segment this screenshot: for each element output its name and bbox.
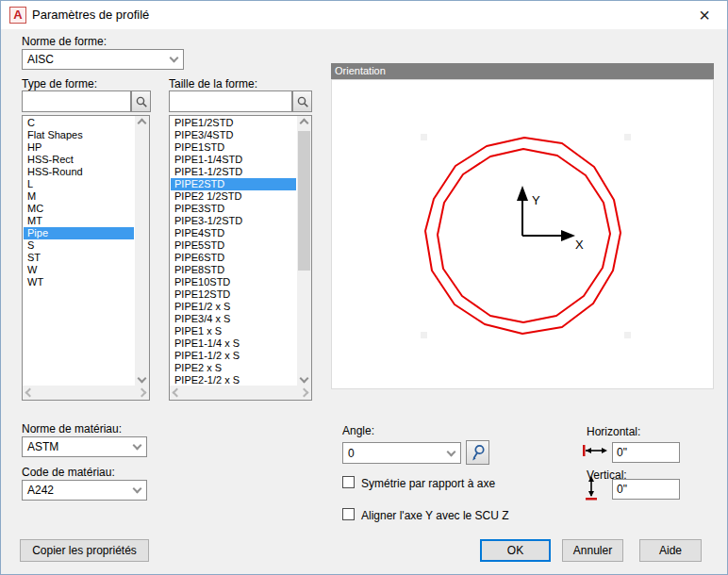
list-item[interactable]: PIPE1STD bbox=[171, 141, 296, 154]
list-item[interactable]: PIPE1 x S bbox=[171, 325, 296, 337]
close-icon[interactable]: × bbox=[693, 4, 716, 26]
help-button[interactable]: Aide bbox=[639, 539, 702, 562]
align-y-ucs-checkbox-label: Aligner l'axe Y avec le SCU Z bbox=[361, 509, 509, 522]
list-item[interactable]: W bbox=[24, 264, 134, 276]
scroll-down-icon[interactable] bbox=[300, 374, 309, 384]
material-code-label: Code de matériau: bbox=[22, 466, 115, 479]
shape-type-list: CFlat ShapesHPHSS-RectHSS-RoundLMMCMTPip… bbox=[22, 115, 150, 401]
list-item[interactable]: PIPE12STD bbox=[171, 288, 296, 301]
list-item[interactable]: HSS-Rect bbox=[24, 154, 134, 166]
list-item[interactable]: PIPE1-1/2STD bbox=[171, 166, 296, 178]
chevron-down-icon bbox=[134, 442, 141, 449]
list-item[interactable]: PIPE3/4STD bbox=[171, 129, 296, 141]
list-item[interactable]: ST bbox=[24, 252, 134, 264]
list-item[interactable]: PIPE8STD bbox=[171, 264, 296, 276]
list-item[interactable]: PIPE2 x S bbox=[171, 362, 296, 374]
list-item[interactable]: PIPE2 1/2STD bbox=[171, 190, 296, 203]
grip-square bbox=[624, 134, 631, 140]
list-item[interactable]: PIPE1-1/2 x S bbox=[171, 350, 296, 362]
shape-size-list: PIPE1/2STDPIPE3/4STDPIPE1STDPIPE1-1/4STD… bbox=[169, 115, 312, 401]
list-item[interactable]: MT bbox=[24, 215, 134, 227]
list-item[interactable]: C bbox=[24, 117, 134, 129]
shape-size-filter-input[interactable] bbox=[169, 90, 292, 112]
material-standard-label: Norme de matériau: bbox=[22, 422, 122, 435]
shape-type-items: CFlat ShapesHPHSS-RectHSS-RoundLMMCMTPip… bbox=[24, 117, 134, 385]
cancel-button[interactable]: Annuler bbox=[562, 539, 623, 562]
horizontal-offset-input[interactable] bbox=[612, 442, 680, 463]
angle-value: 0 bbox=[348, 447, 355, 460]
horizontal-offset-icon bbox=[583, 444, 609, 457]
list-item[interactable]: L bbox=[24, 178, 134, 190]
chevron-down-icon bbox=[171, 55, 177, 61]
material-code-dropdown[interactable]: A242 bbox=[22, 480, 147, 501]
y-axis-label: Y bbox=[532, 193, 540, 207]
mirror-axis-checkbox-label: Symétrie par rapport à axe bbox=[361, 477, 495, 490]
list-item[interactable]: PIPE6STD bbox=[171, 252, 296, 264]
horizontal-offset-label: Horizontal: bbox=[587, 425, 640, 438]
vertical-offset-icon bbox=[585, 476, 598, 501]
shape-standard-label: Norme de forme: bbox=[22, 35, 107, 48]
material-code-value: A242 bbox=[27, 484, 54, 497]
scroll-up-icon[interactable] bbox=[138, 119, 147, 128]
angle-label: Angle: bbox=[342, 424, 374, 437]
shape-standard-dropdown[interactable]: AISC bbox=[22, 49, 184, 70]
list-item[interactable]: PIPE1-1/4 x S bbox=[171, 337, 296, 350]
list-item[interactable]: PIPE3-1/2STD bbox=[171, 215, 296, 227]
shape-size-horizontal-scrollbar[interactable] bbox=[170, 386, 311, 400]
pick-angle-button[interactable] bbox=[466, 440, 489, 465]
list-item[interactable]: PIPE1/2 x S bbox=[171, 301, 296, 313]
list-item[interactable]: HP bbox=[24, 141, 134, 154]
list-item[interactable]: PIPE1/2STD bbox=[171, 117, 296, 129]
list-item[interactable]: PIPE2-1/2 x S bbox=[171, 374, 296, 385]
list-item[interactable]: PIPE5STD bbox=[171, 239, 296, 252]
shape-type-horizontal-scrollbar[interactable] bbox=[23, 386, 149, 400]
shape-type-search-button[interactable] bbox=[131, 90, 151, 112]
list-item[interactable]: MC bbox=[24, 203, 134, 215]
profile-parameters-dialog: A Paramètres de profilé × Norme de forme… bbox=[0, 0, 728, 575]
list-item[interactable]: Flat Shapes bbox=[24, 129, 134, 141]
shape-type-filter-input[interactable] bbox=[22, 90, 131, 112]
material-standard-dropdown[interactable]: ASTM bbox=[22, 436, 147, 457]
list-item[interactable]: HSS-Round bbox=[24, 166, 134, 178]
scroll-right-icon[interactable] bbox=[138, 388, 147, 398]
list-item[interactable]: PIPE3/4 x S bbox=[171, 313, 296, 325]
scrollbar-thumb[interactable] bbox=[298, 131, 310, 271]
material-standard-value: ASTM bbox=[27, 440, 58, 453]
pipe-section-preview-svg: Y X bbox=[332, 80, 713, 388]
grip-square bbox=[624, 332, 631, 338]
chevron-down-icon bbox=[134, 485, 141, 492]
shape-size-label: Taille de la forme: bbox=[169, 77, 257, 90]
scroll-down-icon[interactable] bbox=[138, 374, 147, 384]
title-bar: A Paramètres de profilé × bbox=[1, 1, 727, 29]
list-item[interactable]: WT bbox=[24, 276, 134, 288]
vertical-offset-input[interactable] bbox=[612, 479, 680, 500]
list-item[interactable]: PIPE3STD bbox=[171, 203, 296, 215]
list-item[interactable]: PIPE2STD bbox=[171, 178, 296, 190]
search-icon bbox=[296, 95, 309, 108]
shape-size-items: PIPE1/2STDPIPE3/4STDPIPE1STDPIPE1-1/4STD… bbox=[171, 117, 296, 385]
grip-square bbox=[421, 134, 427, 140]
pick-angle-icon bbox=[470, 444, 486, 462]
scroll-left-icon[interactable] bbox=[173, 388, 182, 398]
angle-dropdown[interactable]: 0 bbox=[342, 442, 461, 464]
list-item[interactable]: M bbox=[24, 190, 134, 203]
list-item[interactable]: S bbox=[24, 239, 134, 252]
search-icon bbox=[135, 95, 148, 108]
scroll-up-icon[interactable] bbox=[300, 119, 309, 128]
shape-type-vertical-scrollbar[interactable] bbox=[135, 116, 149, 386]
shape-size-search-button[interactable] bbox=[292, 90, 312, 112]
list-item[interactable]: PIPE10STD bbox=[171, 276, 296, 288]
mirror-axis-checkbox[interactable] bbox=[342, 476, 355, 488]
list-item[interactable]: PIPE1-1/4STD bbox=[171, 154, 296, 166]
ok-button[interactable]: OK bbox=[480, 539, 551, 562]
list-item[interactable]: PIPE4STD bbox=[171, 227, 296, 239]
list-item[interactable]: Pipe bbox=[24, 227, 134, 239]
dialog-title: Paramètres de profilé bbox=[32, 8, 149, 22]
scroll-left-icon[interactable] bbox=[25, 388, 35, 398]
scroll-right-icon[interactable] bbox=[300, 388, 309, 398]
autocad-app-icon: A bbox=[9, 7, 26, 24]
align-y-ucs-checkbox[interactable] bbox=[342, 508, 355, 520]
x-axis-arrow-icon bbox=[561, 230, 575, 241]
copy-properties-button[interactable]: Copier les propriétés bbox=[20, 539, 149, 562]
grip-square bbox=[421, 332, 427, 338]
